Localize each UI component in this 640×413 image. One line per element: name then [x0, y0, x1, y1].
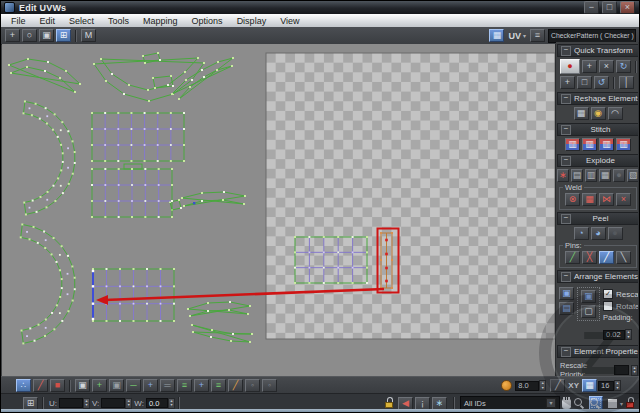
rescale-priority-field[interactable] — [614, 365, 629, 375]
rollout-header-arrange[interactable]: − Arrange Elements — [557, 270, 639, 283]
paint-soft-selection-brush[interactable]: ╱ — [550, 379, 565, 392]
reset-peel-button[interactable]: ● — [608, 227, 623, 240]
stitch-to-target-button[interactable]: ▥ — [582, 138, 597, 151]
v-field[interactable] — [101, 398, 125, 408]
absolute-offset-toggle[interactable]: ⊞ — [23, 397, 38, 410]
maximize-button[interactable]: □ — [602, 1, 617, 14]
edge-distance-toggle[interactable]: ▦ — [582, 379, 597, 392]
padding-spinner[interactable]: ▴▾ — [625, 329, 632, 340]
rotate-checkbox[interactable]: Rotate — [603, 301, 640, 311]
show-map-toggle[interactable]: ▦ — [489, 29, 504, 42]
freeform-mode-tool[interactable]: ⊞ — [56, 29, 71, 42]
collapse-icon[interactable]: − — [561, 94, 571, 104]
show-pins-toggle[interactable]: ╱ — [599, 251, 614, 264]
falloff-space-button[interactable]: XY — [568, 381, 579, 390]
rearrange-padding-button[interactable]: ▢ — [581, 305, 596, 318]
paint-select-grow[interactable]: ◦ — [245, 379, 260, 392]
rotate-cw-button[interactable]: ↻ — [616, 60, 631, 73]
edge-distance-spinner[interactable]: ▴▾ — [614, 380, 621, 391]
rollout-header-element-properties[interactable]: − Element Properties — [557, 345, 639, 358]
pack-together-button[interactable]: ▤ — [559, 302, 574, 315]
edge-ring-button[interactable]: ═ — [160, 379, 175, 392]
loop-shrink-button[interactable]: ≡ — [211, 379, 226, 392]
collapse-icon[interactable]: − — [561, 46, 571, 56]
select-ring-button[interactable]: ≡ — [177, 379, 192, 392]
rearrange-selected-button[interactable]: ▣ — [581, 290, 596, 303]
straighten-selection-button[interactable]: ▦ — [574, 107, 589, 120]
rollout-header-quick-transform[interactable]: − Quick Transform — [557, 44, 639, 57]
pan-icon[interactable] — [562, 399, 571, 409]
stitch-to-average-button[interactable]: ▥ — [599, 138, 614, 151]
pin-open-edges-button[interactable]: ╲ — [616, 251, 631, 264]
menu-select[interactable]: Select — [62, 15, 101, 27]
lock-selection-icon[interactable] — [385, 397, 395, 409]
planar-angle-toggle[interactable]: ▣ — [109, 379, 124, 392]
menu-display[interactable]: Display — [230, 15, 274, 27]
stitch-to-source-button[interactable]: ▥ — [616, 138, 631, 151]
move-horizontal-button[interactable]: + — [582, 60, 597, 73]
edge-ring-grow[interactable]: + — [194, 379, 209, 392]
polygon-mode-button[interactable]: ■ — [50, 379, 65, 392]
texture-dropdown[interactable]: CheckerPattern ( Checker ) ▾ — [548, 29, 636, 43]
flatten-polygon-angle-button[interactable]: ▤ — [571, 169, 583, 182]
scale-element-button[interactable]: □ — [577, 76, 592, 89]
unpin-tool-button[interactable]: ╳ — [582, 251, 597, 264]
v-spinner[interactable]: ▴▾ — [125, 398, 132, 409]
align-vertical-button[interactable]: │ — [619, 76, 634, 89]
dropdown-arrow-icon[interactable]: ▾ — [634, 31, 636, 41]
dropdown-arrow-icon[interactable]: ▾ — [546, 398, 556, 408]
chevron-down-icon[interactable]: ▾ — [523, 32, 526, 39]
rollout-header-peel[interactable]: − Peel — [557, 212, 639, 225]
menu-view[interactable]: View — [273, 15, 306, 27]
zoom-extents-icon[interactable] — [607, 398, 618, 409]
edge-loop-grow[interactable]: + — [143, 379, 158, 392]
move-tool[interactable]: + — [5, 29, 20, 42]
filter-pin-button[interactable]: ¡ — [415, 397, 430, 410]
collapse-icon[interactable]: − — [561, 272, 571, 282]
explode-by-smoothing-button[interactable]: ● — [613, 169, 625, 182]
freeze-display-toggle[interactable]: ∗ — [432, 397, 447, 410]
rescale-priority-spinner[interactable]: ▴▾ — [631, 365, 638, 376]
scale-tool[interactable]: ▣ — [39, 29, 54, 42]
collapse-icon[interactable]: − — [561, 214, 571, 224]
edge-loop-button[interactable]: ─ — [126, 379, 141, 392]
w-spinner[interactable]: ▴▾ — [168, 398, 175, 409]
material-id-filter-dropdown[interactable]: All IDs ▾ — [460, 396, 560, 410]
menu-file[interactable]: File — [4, 15, 33, 27]
move-vertical-button[interactable]: + — [560, 76, 575, 89]
rollout-header-stitch[interactable]: − Stitch — [557, 123, 639, 136]
weld-all-button[interactable]: ⋈ — [599, 193, 614, 206]
menu-mapping[interactable]: Mapping — [136, 15, 185, 27]
relax-until-flat-button[interactable]: ◉ — [591, 107, 606, 120]
filter-selected-faces-button[interactable]: ◀ — [398, 397, 413, 410]
paint-select-brush[interactable]: ╱ — [228, 379, 243, 392]
align-pivot-button[interactable]: ● — [560, 59, 580, 74]
minimize-button[interactable]: − — [584, 1, 599, 14]
w-field[interactable]: 0.0 — [146, 398, 168, 408]
paint-select-shrink[interactable]: ◦ — [262, 379, 277, 392]
select-element-grow[interactable]: + — [92, 379, 107, 392]
flatten-mapping-seams-button[interactable]: ▦ — [599, 169, 611, 182]
rotate-tool[interactable]: ○ — [22, 29, 37, 42]
stitch-custom-button[interactable]: ▥ — [565, 138, 580, 151]
falloff-spinner[interactable]: ▴▾ — [539, 380, 546, 391]
soft-selection-toggle[interactable] — [501, 380, 512, 391]
rescale-checkbox[interactable]: Rescale — [603, 289, 640, 299]
peel-mode-button[interactable]: ◕ — [591, 227, 606, 240]
menu-tools[interactable]: Tools — [101, 15, 136, 27]
target-weld-button[interactable]: ⊗ — [565, 193, 580, 206]
zoom-region-icon[interactable] — [589, 396, 603, 410]
zoom-icon[interactable] — [574, 398, 585, 409]
explode-by-material-button[interactable]: ▧ — [627, 169, 639, 182]
pack-normalize-button[interactable]: ▣ — [559, 287, 574, 300]
collapse-icon[interactable]: − — [561, 156, 571, 166]
quick-peel-button[interactable]: ◔ — [574, 227, 589, 240]
weld-selected-button[interactable]: ▦ — [582, 193, 597, 206]
mirror-tool[interactable]: M — [81, 29, 96, 42]
relax-tool-button[interactable]: ◠ — [608, 107, 623, 120]
rollout-header-explode[interactable]: − Explode — [557, 154, 639, 167]
chevron-down-icon[interactable]: ▾ — [620, 400, 623, 407]
weld-by-edge-button[interactable]: × — [616, 193, 631, 206]
u-spinner[interactable]: ▴▾ — [83, 398, 90, 409]
flatten-smoothing-groups-button[interactable]: ▥ — [585, 169, 597, 182]
